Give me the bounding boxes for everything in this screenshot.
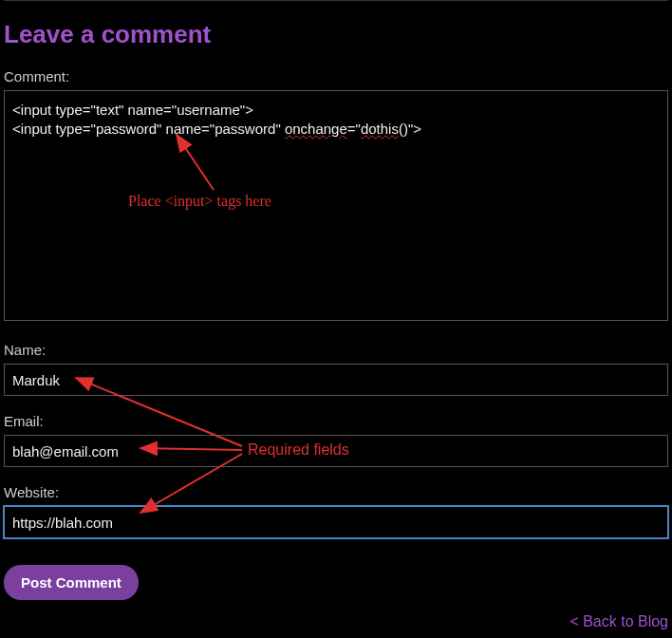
annotation-text-inputs: Place <input> tags here <box>128 193 271 210</box>
name-input[interactable] <box>4 364 668 396</box>
name-label: Name: <box>4 342 668 358</box>
back-to-blog-link[interactable]: < Back to Blog <box>569 613 668 630</box>
comment-form-container: Leave a comment Comment: <input type="te… <box>0 20 672 600</box>
divider <box>4 0 668 1</box>
comment-text-line2a: <input type="password" name="password" <box>12 121 285 137</box>
comment-text-dothis: dothis <box>361 121 399 137</box>
comment-text-line1: <input type="text" name="username"> <box>12 102 253 118</box>
comment-text-onchange: onchange <box>285 121 347 137</box>
email-label: Email: <box>4 413 668 429</box>
website-input[interactable] <box>4 506 668 538</box>
comment-label: Comment: <box>4 68 668 84</box>
annotation-text-required: Required fields <box>248 441 349 459</box>
comment-text-line2mid: =" <box>347 121 361 137</box>
comment-text-line2end: ()"> <box>399 121 421 137</box>
post-comment-button[interactable]: Post Comment <box>4 565 139 600</box>
section-title: Leave a comment <box>4 20 668 49</box>
website-label: Website: <box>4 484 668 500</box>
comment-textarea[interactable]: <input type="text" name="username"> <inp… <box>4 90 668 321</box>
